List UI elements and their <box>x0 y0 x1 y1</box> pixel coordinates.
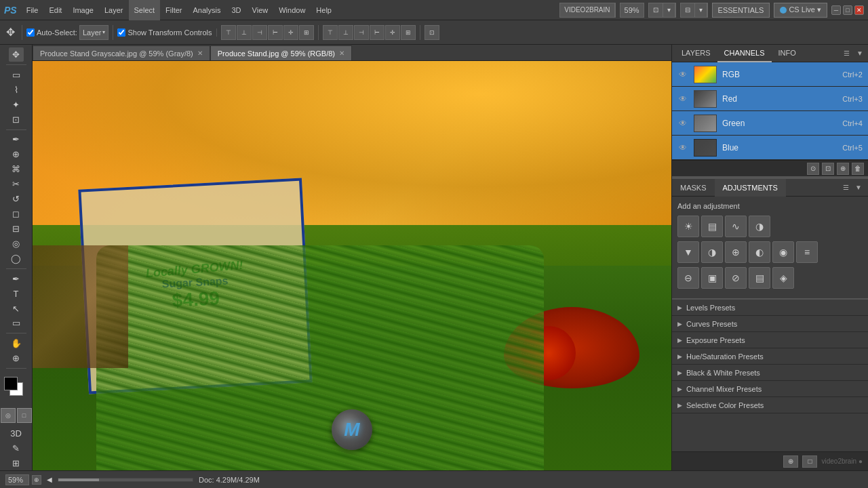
menu-select[interactable]: Select <box>129 0 161 20</box>
preset-levels[interactable]: ▶ Levels Presets <box>672 300 868 316</box>
auto-select-checkbox[interactable] <box>26 28 35 37</box>
marquee-tool[interactable]: ▭ <box>9 68 24 82</box>
preset-exposure[interactable]: ▶ Exposure Presets <box>672 332 868 348</box>
tab-color-close[interactable]: ✕ <box>339 49 344 57</box>
channel-red-eye[interactable]: 👁 <box>677 94 688 104</box>
align-vert-center[interactable]: ⊥ <box>237 25 252 40</box>
dist-top[interactable]: ⊤ <box>323 25 338 40</box>
gradient-map-btn[interactable]: ▤ <box>749 267 770 289</box>
dist-right[interactable]: ⊞ <box>401 25 416 40</box>
posterize-btn[interactable]: ▣ <box>701 267 723 289</box>
layout-options[interactable]: ⊡ ▾ <box>648 3 676 18</box>
adjustments-tab[interactable]: ADJUSTMENTS <box>715 179 786 197</box>
screen-mode-btn[interactable]: □ <box>17 408 32 423</box>
channel-rgb-row[interactable]: 👁 RGB Ctrl+2 <box>672 62 868 87</box>
vibrance-btn[interactable]: ▼ <box>677 241 699 263</box>
eyedropper-tool[interactable]: ✒ <box>9 133 24 147</box>
pen-tool[interactable]: ✒ <box>9 272 24 286</box>
tab-channels[interactable]: CHANNELS <box>717 45 772 62</box>
menu-analysis[interactable]: Analysis <box>188 0 226 20</box>
hand-tool[interactable]: ✋ <box>9 336 24 350</box>
align-bottom-edges[interactable]: ⊣ <box>252 25 267 40</box>
move-tool[interactable]: ✥ <box>9 47 24 62</box>
ma-collapse-btn[interactable]: ▼ <box>853 182 864 193</box>
show-transform-checkbox[interactable] <box>117 28 125 37</box>
cs-live-button[interactable]: CS Live ▾ <box>774 3 827 18</box>
dist-horiz[interactable]: ✛ <box>385 25 400 40</box>
exposure-btn[interactable]: ◑ <box>749 216 770 237</box>
canvas-content[interactable]: Locally GROWN! Sugar Snaps $4.99 M <box>33 61 671 470</box>
tab-info[interactable]: INFO <box>772 45 803 62</box>
hue-sat-btn[interactable]: ◑ <box>701 241 723 263</box>
brush-tool[interactable]: ⌘ <box>9 162 24 176</box>
zoom-indicator[interactable]: ⊕ <box>32 475 41 485</box>
rpb-btn-1[interactable]: ⊕ <box>783 455 798 468</box>
menu-edit[interactable]: Edit <box>43 0 67 20</box>
load-channel-btn[interactable]: ⊙ <box>807 163 819 175</box>
presets-panel[interactable]: ▶ Levels Presets ▶ Curves Presets ▶ Expo… <box>672 298 868 451</box>
history-tool[interactable]: ↺ <box>9 192 24 206</box>
crop-tool[interactable]: ⊡ <box>9 113 24 127</box>
dodge-tool[interactable]: ◯ <box>9 251 24 266</box>
black-white-btn[interactable]: ◐ <box>749 241 770 263</box>
quick-mask-btn[interactable]: ◎ <box>1 408 16 423</box>
menu-filter[interactable]: Filter <box>160 0 187 20</box>
zoom-tool[interactable]: ⊕ <box>9 351 24 365</box>
type-tool[interactable]: T <box>9 287 24 301</box>
close-button[interactable]: ✕ <box>854 5 864 15</box>
tab-color[interactable]: Produce Stand.jpg @ 59% (RGB/8) ✕ <box>210 45 352 60</box>
color-balance-btn[interactable]: ⊕ <box>725 241 747 263</box>
menu-3d[interactable]: 3D <box>226 0 247 20</box>
heal-tool[interactable]: ⊕ <box>9 147 24 161</box>
channel-green-eye[interactable]: 👁 <box>677 118 688 129</box>
path-select-tool[interactable]: ↖ <box>9 302 24 316</box>
zoom-input[interactable] <box>5 474 29 485</box>
dist-vert[interactable]: ⊥ <box>338 25 353 40</box>
eraser-tool[interactable]: ◻ <box>9 207 24 221</box>
channel-mixer-btn[interactable]: ≡ <box>796 241 818 263</box>
video2brain-btn[interactable]: VIDEO2BRAIN <box>559 3 615 18</box>
count-tool[interactable]: ⊞ <box>9 456 24 470</box>
align-right-edges[interactable]: ⊞ <box>299 25 314 40</box>
foreground-color[interactable] <box>4 377 18 390</box>
dist-bottom[interactable]: ⊣ <box>354 25 369 40</box>
channel-rgb-eye[interactable]: 👁 <box>677 69 688 80</box>
minimize-button[interactable]: ─ <box>831 5 841 15</box>
rpb-btn-2[interactable]: □ <box>802 455 817 468</box>
delete-channel-btn[interactable]: 🗑 <box>852 163 864 175</box>
menu-image[interactable]: Image <box>67 0 99 20</box>
photo-filter-btn[interactable]: ◉ <box>772 241 794 263</box>
panel-menu-btn[interactable]: ☰ <box>841 48 852 59</box>
lasso-tool[interactable]: ⌇ <box>9 83 24 97</box>
invert-btn[interactable]: ⊖ <box>677 267 699 289</box>
menu-window[interactable]: Window <box>273 0 311 20</box>
shape-tool[interactable]: ▭ <box>9 317 24 331</box>
preset-curves[interactable]: ▶ Curves Presets <box>672 316 868 332</box>
quick-select-tool[interactable]: ✦ <box>9 98 24 112</box>
auto-align-layers[interactable]: ⊡ <box>425 25 439 40</box>
levels-btn[interactable]: ▤ <box>701 216 723 237</box>
preset-selective-color[interactable]: ▶ Selective Color Presets <box>672 397 868 413</box>
note-tool[interactable]: ✎ <box>9 441 24 455</box>
channel-blue-row[interactable]: 👁 Blue Ctrl+5 <box>672 136 868 160</box>
curves-btn[interactable]: ∿ <box>725 216 747 237</box>
menu-layer[interactable]: Layer <box>99 0 129 20</box>
brightness-contrast-btn[interactable]: ☀ <box>677 216 699 237</box>
clone-tool[interactable]: ✂ <box>9 177 24 191</box>
status-scroll-left[interactable]: ◀ <box>47 476 52 483</box>
panel-collapse-btn[interactable]: ▼ <box>854 48 865 59</box>
ma-menu-btn[interactable]: ☰ <box>840 182 851 193</box>
auto-select-dropdown[interactable]: Layer ▾ <box>79 25 109 40</box>
menu-help[interactable]: Help <box>311 0 337 20</box>
blur-tool[interactable]: ◎ <box>9 237 24 251</box>
menu-view[interactable]: View <box>247 0 274 20</box>
align-left-edges[interactable]: ⊢ <box>268 25 283 40</box>
selective-color-btn[interactable]: ◈ <box>772 267 794 289</box>
channel-green-row[interactable]: 👁 Green Ctrl+4 <box>672 111 868 136</box>
dist-left[interactable]: ⊢ <box>370 25 384 40</box>
screen-options[interactable]: ⊟ ▾ <box>680 3 708 18</box>
gradient-tool[interactable]: ⊟ <box>9 222 24 236</box>
save-channel-btn[interactable]: ⊡ <box>822 163 834 175</box>
maximize-button[interactable]: □ <box>843 5 852 15</box>
menu-file[interactable]: File <box>21 0 44 20</box>
